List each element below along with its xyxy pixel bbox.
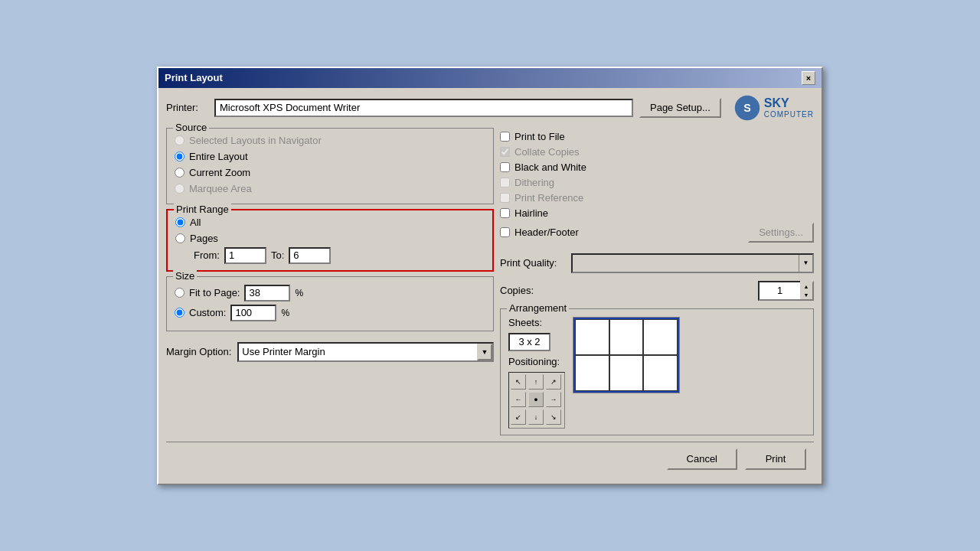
source-radio-1[interactable] bbox=[175, 152, 185, 161]
print-range-radio-pages[interactable] bbox=[175, 233, 185, 243]
print-quality-input[interactable] bbox=[573, 255, 799, 272]
pos-btn-bottom[interactable]: ↓ bbox=[528, 409, 544, 425]
from-label: From: bbox=[194, 249, 220, 261]
collate-copies-checkbox[interactable] bbox=[500, 147, 510, 157]
to-input[interactable] bbox=[289, 247, 331, 264]
sheets-label: Sheets: bbox=[508, 317, 542, 328]
close-button[interactable]: × bbox=[802, 71, 815, 85]
cancel-button[interactable]: Cancel bbox=[667, 448, 737, 470]
copies-label: Copies: bbox=[500, 285, 546, 296]
pos-btn-top-left[interactable]: ↖ bbox=[511, 374, 526, 390]
margin-input[interactable] bbox=[239, 344, 477, 360]
source-radio-3[interactable] bbox=[175, 184, 185, 194]
copies-input-wrap: ▲ ▼ bbox=[758, 281, 814, 301]
arrangement-inner: Sheets: Positioning: ↖ ↑ ↗ bbox=[508, 314, 805, 429]
print-quality-label: Print Quality: bbox=[500, 257, 565, 269]
print-button[interactable]: Print bbox=[745, 448, 806, 470]
options-section: Print to File Collate Copies Black and W… bbox=[500, 128, 814, 246]
pos-btn-center[interactable]: ● bbox=[528, 392, 544, 407]
copies-spinner: ▲ ▼ bbox=[800, 281, 814, 301]
print-reference-row: Print Reference bbox=[500, 192, 814, 204]
size-radio-fit[interactable] bbox=[175, 288, 185, 298]
print-quality-dropdown-arrow[interactable]: ▼ bbox=[799, 255, 812, 272]
layout-preview bbox=[573, 317, 680, 393]
hairline-row: Hairline bbox=[500, 207, 814, 219]
sheets-input[interactable] bbox=[508, 333, 550, 351]
copies-row: Copies: ▲ ▼ bbox=[500, 281, 814, 301]
bottom-bar: Cancel Print bbox=[166, 442, 814, 476]
source-option-3: Marquee Area bbox=[175, 181, 485, 194]
source-label-2: Current Zoom bbox=[189, 167, 250, 178]
pos-btn-right[interactable]: → bbox=[546, 392, 561, 407]
margin-row: Margin Option: ▼ bbox=[166, 336, 494, 362]
hairline-checkbox[interactable] bbox=[500, 208, 510, 218]
print-quality-select-wrap: ▼ bbox=[571, 253, 814, 273]
print-range-radio-all[interactable] bbox=[175, 217, 185, 227]
svg-text:S: S bbox=[743, 102, 751, 114]
printer-row: Printer: Page Setup... S SKY COMPUTER bbox=[166, 94, 814, 122]
positioning-grid: ↖ ↑ ↗ ← ● → ↙ ↓ ↘ bbox=[508, 372, 565, 429]
source-label-3: Marquee Area bbox=[189, 183, 252, 194]
print-range-pages: Pages bbox=[175, 231, 485, 244]
left-panel: Source Selected Layouts in Navigator Ent… bbox=[166, 128, 494, 435]
source-group-label: Source bbox=[173, 122, 209, 133]
collate-copies-label: Collate Copies bbox=[514, 146, 580, 158]
pos-btn-left[interactable]: ← bbox=[511, 392, 526, 407]
size-radio-custom[interactable] bbox=[175, 308, 185, 318]
black-and-white-checkbox[interactable] bbox=[500, 162, 510, 172]
arrangement-group: Arrangement Sheets: Positioning: bbox=[500, 308, 814, 435]
from-to-row: From: To: bbox=[194, 247, 485, 264]
print-range-all: All bbox=[175, 215, 485, 228]
margin-dropdown-arrow[interactable]: ▼ bbox=[477, 344, 492, 360]
copies-up-button[interactable]: ▲ bbox=[800, 282, 812, 291]
dialog-title: Print Layout bbox=[165, 72, 223, 83]
print-to-file-checkbox[interactable] bbox=[500, 132, 510, 142]
header-footer-label: Header/Footer bbox=[514, 227, 579, 238]
preview-cell-2 bbox=[609, 319, 644, 355]
settings-button[interactable]: Settings... bbox=[748, 223, 814, 243]
size-custom-label: Custom: bbox=[189, 307, 226, 318]
print-range-pages-label: Pages bbox=[190, 233, 218, 244]
copies-down-button[interactable]: ▼ bbox=[800, 291, 812, 299]
pos-btn-bottom-right[interactable]: ↘ bbox=[546, 409, 561, 425]
sheets-input-wrap bbox=[508, 333, 565, 351]
size-custom-percent: % bbox=[281, 308, 289, 318]
copies-input[interactable] bbox=[758, 281, 800, 301]
arrangement-group-label: Arrangement bbox=[507, 302, 569, 314]
preview-cell-5 bbox=[609, 355, 644, 391]
header-footer-checkbox[interactable] bbox=[500, 227, 510, 237]
print-reference-checkbox[interactable] bbox=[500, 193, 510, 203]
header-footer-settings-row: Header/Footer Settings... bbox=[500, 223, 814, 243]
dithering-row: Dithering bbox=[500, 177, 814, 188]
right-panel: Print to File Collate Copies Black and W… bbox=[500, 128, 814, 435]
margin-label: Margin Option: bbox=[166, 346, 231, 357]
black-and-white-row: Black and White bbox=[500, 161, 814, 173]
source-group: Source Selected Layouts in Navigator Ent… bbox=[166, 128, 494, 204]
source-option-0: Selected Layouts in Navigator bbox=[175, 133, 485, 146]
source-radio-2[interactable] bbox=[175, 168, 185, 178]
pos-btn-top[interactable]: ↑ bbox=[528, 374, 544, 390]
dithering-label: Dithering bbox=[514, 177, 554, 188]
pos-btn-top-right[interactable]: ↗ bbox=[546, 374, 561, 390]
source-radio-0[interactable] bbox=[175, 135, 185, 145]
print-to-file-row: Print to File bbox=[500, 131, 814, 142]
margin-select-wrap: ▼ bbox=[237, 342, 494, 362]
hairline-label: Hairline bbox=[514, 207, 548, 219]
black-and-white-label: Black and White bbox=[514, 161, 586, 173]
print-quality-row: Print Quality: ▼ bbox=[500, 253, 814, 273]
dialog-body: Printer: Page Setup... S SKY COMPUTER bbox=[158, 88, 822, 484]
sky-computer-icon: S bbox=[733, 94, 761, 122]
dithering-checkbox[interactable] bbox=[500, 178, 510, 187]
pos-btn-bottom-left[interactable]: ↙ bbox=[511, 409, 526, 425]
printer-input[interactable] bbox=[214, 99, 633, 117]
print-range-label: Print Range bbox=[174, 204, 231, 215]
logo-text: SKY COMPUTER bbox=[764, 96, 814, 119]
size-custom-input[interactable] bbox=[230, 305, 276, 321]
title-bar: Print Layout × bbox=[158, 68, 822, 88]
preview-cell-3 bbox=[643, 319, 678, 355]
size-fit-input[interactable] bbox=[244, 285, 290, 302]
source-label-0: Selected Layouts in Navigator bbox=[189, 135, 322, 146]
from-input[interactable] bbox=[224, 247, 266, 264]
page-setup-button[interactable]: Page Setup... bbox=[639, 98, 721, 118]
preview-cell-1 bbox=[575, 319, 609, 355]
